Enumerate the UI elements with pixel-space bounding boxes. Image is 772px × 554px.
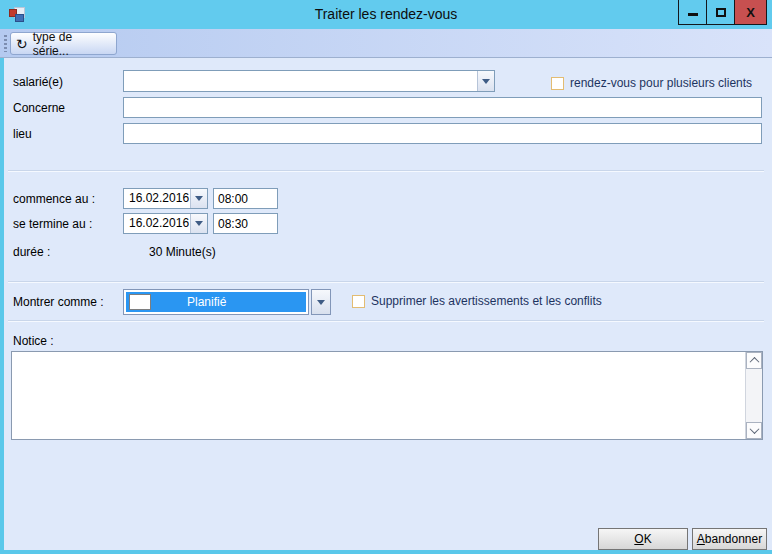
chevron-up-icon bbox=[749, 357, 759, 367]
minimize-icon bbox=[688, 13, 698, 16]
duree-label: durée : bbox=[13, 245, 50, 259]
abandonner-button-accel: A bbox=[697, 532, 705, 546]
termine-label: se termine au : bbox=[13, 217, 92, 231]
chevron-down-icon bbox=[317, 300, 325, 305]
close-button[interactable]: X bbox=[734, 0, 767, 25]
maximize-button[interactable] bbox=[706, 0, 734, 25]
termine-date-picker[interactable]: 16.02.2016 bbox=[123, 213, 208, 234]
termine-date-dropdown-button[interactable] bbox=[190, 214, 207, 233]
montrer-selected-item: Planifié bbox=[126, 292, 306, 312]
salarie-dropdown-button[interactable] bbox=[477, 71, 494, 91]
section-separator bbox=[8, 320, 764, 322]
commence-time-input[interactable] bbox=[213, 188, 278, 209]
toolbar-grip-handle[interactable] bbox=[4, 35, 7, 52]
concerne-label: Concerne bbox=[13, 101, 65, 115]
montrer-dropdown-button[interactable] bbox=[311, 289, 331, 315]
montrer-label: Montrer comme : bbox=[13, 295, 104, 309]
lieu-input[interactable] bbox=[123, 123, 762, 144]
window-controls: X bbox=[678, 0, 767, 25]
salarie-combobox[interactable] bbox=[123, 70, 495, 92]
montrer-value: Planifié bbox=[187, 295, 226, 309]
notice-label: Notice : bbox=[13, 334, 54, 348]
recurrence-icon: ↻ bbox=[16, 37, 28, 51]
salarie-label: salarié(e) bbox=[13, 75, 63, 89]
ok-button-accel: O bbox=[634, 532, 643, 546]
window-bottom-border bbox=[0, 550, 772, 554]
termine-time-input[interactable] bbox=[213, 213, 278, 234]
section-separator bbox=[8, 281, 764, 283]
status-color-swatch bbox=[129, 294, 151, 310]
notice-scrollbar[interactable] bbox=[745, 352, 762, 439]
toolbar: ↻ type de série... bbox=[0, 29, 772, 58]
multi-clients-checkbox[interactable] bbox=[551, 77, 564, 90]
abandonner-button-label: bandonner bbox=[705, 532, 762, 546]
close-icon: X bbox=[746, 5, 755, 20]
series-type-button[interactable]: ↻ type de série... bbox=[10, 32, 117, 55]
commence-date-dropdown-button[interactable] bbox=[190, 189, 207, 208]
series-type-button-label: type de série... bbox=[33, 30, 111, 58]
supprimer-checkbox-label: Supprimer les avertissements et les conf… bbox=[371, 294, 602, 308]
concerne-input[interactable] bbox=[123, 97, 762, 118]
montrer-combobox[interactable]: Planifié bbox=[123, 289, 309, 315]
notice-field bbox=[11, 351, 763, 440]
dialog-traiter-rendez-vous: Traiter les rendez-vous X ↻ type de séri… bbox=[0, 0, 772, 554]
salarie-combobox-value bbox=[124, 71, 477, 91]
chevron-down-icon bbox=[195, 221, 203, 226]
window-left-border bbox=[0, 58, 4, 554]
chevron-down-icon bbox=[749, 424, 759, 434]
duree-value: 30 Minute(s) bbox=[149, 245, 216, 259]
termine-date-value: 16.02.2016 bbox=[124, 214, 190, 233]
chevron-down-icon bbox=[195, 196, 203, 201]
section-separator bbox=[8, 170, 764, 172]
window-title: Traiter les rendez-vous bbox=[0, 0, 772, 29]
scroll-up-button[interactable] bbox=[746, 352, 762, 369]
commence-date-value: 16.02.2016 bbox=[124, 189, 190, 208]
chevron-down-icon bbox=[482, 79, 490, 84]
ok-button-label: K bbox=[644, 532, 652, 546]
ok-button[interactable]: OK bbox=[598, 528, 688, 550]
notice-textarea[interactable] bbox=[12, 352, 745, 439]
commence-label: commence au : bbox=[13, 192, 95, 206]
app-icon bbox=[9, 7, 25, 22]
commence-date-picker[interactable]: 16.02.2016 bbox=[123, 188, 208, 209]
maximize-icon bbox=[716, 8, 726, 17]
app-icon-blue-square bbox=[15, 14, 24, 22]
supprimer-checkbox[interactable] bbox=[352, 295, 365, 308]
minimize-button[interactable] bbox=[678, 0, 706, 25]
lieu-label: lieu bbox=[13, 127, 32, 141]
abandonner-button[interactable]: Abandonner bbox=[692, 528, 767, 550]
titlebar: Traiter les rendez-vous X bbox=[0, 0, 772, 29]
multi-clients-checkbox-label: rendez-vous pour plusieurs clients bbox=[570, 76, 752, 90]
scroll-down-button[interactable] bbox=[746, 422, 762, 439]
